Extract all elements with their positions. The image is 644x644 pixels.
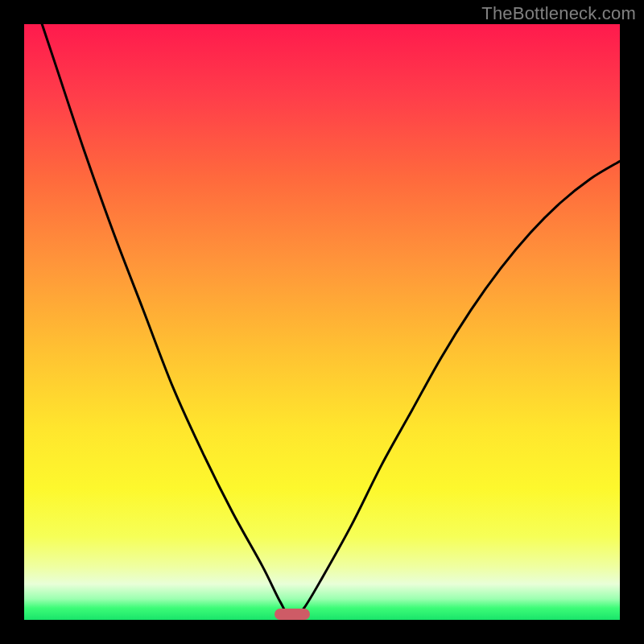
plot-area [24, 24, 620, 620]
watermark-text: TheBottleneck.com [481, 3, 636, 24]
bottleneck-curve [24, 24, 620, 620]
chart-container: TheBottleneck.com [0, 0, 644, 644]
minimum-marker [275, 609, 310, 620]
